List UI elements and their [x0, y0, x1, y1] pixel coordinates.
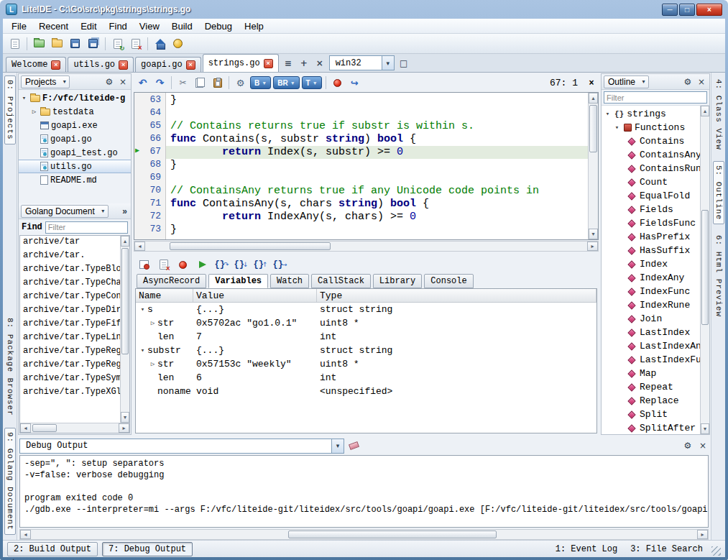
close-editor-icon[interactable]: ×	[586, 78, 597, 88]
tab-close-icon[interactable]: ×	[264, 59, 273, 68]
doc-list-item[interactable]: archive/tar.TypeFif	[20, 318, 120, 332]
line-number[interactable]: 72	[134, 211, 165, 224]
new-tab-icon[interactable]: +	[298, 56, 310, 70]
step-into-icon[interactable]: {}↓	[234, 257, 249, 272]
liteide-options-icon[interactable]	[170, 36, 185, 51]
tab-close-icon[interactable]: ×	[119, 60, 128, 70]
debug-output-combo[interactable]: Debug Output ▾	[19, 439, 344, 454]
scroll-right-icon[interactable]: ▸	[119, 423, 129, 433]
outline-item-count[interactable]: Count	[602, 175, 700, 189]
scroll-right-icon[interactable]: ▸	[587, 242, 598, 251]
outline-item-containsany[interactable]: ContainsAny	[602, 148, 700, 162]
variable-row[interactable]: ▾substr{...}struct string	[136, 344, 596, 357]
debug-tab-variables[interactable]: Variables	[208, 274, 268, 288]
line-number[interactable]: 68	[134, 159, 165, 172]
tree-item-utils-go[interactable]: utils.go	[19, 160, 131, 173]
scroll-down-icon[interactable]: ▾	[701, 423, 709, 434]
code-line[interactable]	[166, 172, 588, 185]
doc-list-item[interactable]: archive/tar.TypeReg	[20, 346, 120, 359]
status-button-2-build-output[interactable]: 2: Build Output	[7, 542, 98, 556]
line-number-gutter[interactable]: 63646566▶67686970717273	[134, 93, 166, 239]
outline-combo[interactable]: Outline ▾	[604, 75, 649, 88]
code-line[interactable]: }	[166, 159, 588, 172]
tab-welcome[interactable]: Welcome×	[6, 57, 66, 72]
scrollbar-track[interactable]	[121, 247, 129, 412]
open-project-icon[interactable]	[50, 36, 65, 51]
projects-combo[interactable]: Projects ▾	[21, 75, 70, 88]
tab-utils-go[interactable]: utils.go×	[68, 57, 134, 72]
tree-item-f-vfc-liteide-g[interactable]: ▾F:/vfc/liteide-g	[19, 91, 131, 105]
editor-window-icon[interactable]: □	[397, 56, 410, 70]
menu-recent[interactable]: Recent	[33, 19, 74, 33]
outline-item-indexrune[interactable]: IndexRune	[602, 298, 700, 312]
variable-row[interactable]: ▷str0x5702ac "go1.0.1"uint8 *	[136, 316, 596, 330]
combo-arrow-icon[interactable]: ▾	[382, 56, 394, 70]
scroll-left-icon[interactable]: ◂	[20, 423, 31, 433]
document-list-vscrollbar[interactable]: ▴ ▾	[120, 236, 129, 423]
outline-item-indexfunc[interactable]: IndexFunc	[602, 285, 700, 298]
code-line[interactable]: // Contains returns true if substr is wi…	[166, 120, 588, 133]
save-file-icon[interactable]	[68, 36, 83, 51]
code-line[interactable]	[166, 107, 588, 120]
scrollbar-thumb[interactable]	[170, 242, 331, 250]
line-number[interactable]: 65	[134, 120, 165, 133]
side-tab-6-html-preview[interactable]: 6: Html Preview	[714, 231, 724, 321]
panel-menu-gear-icon[interactable]: ⚙	[682, 440, 694, 451]
debug-output-text[interactable]: -sep=", ": setup separators-v=false: ver…	[19, 455, 709, 528]
scroll-up-icon[interactable]: ▴	[701, 106, 709, 116]
variable-row[interactable]: ▾s{...}struct string	[136, 303, 596, 316]
line-number[interactable]: 66	[134, 133, 165, 146]
doc-list-item[interactable]: archive/tar.TypeReg	[20, 359, 120, 373]
continue-icon[interactable]	[195, 257, 210, 272]
tree-item-testdata[interactable]: ▷testdata	[19, 105, 131, 119]
menu-help[interactable]: Help	[239, 19, 269, 33]
close-tab-icon[interactable]: ×	[313, 56, 326, 70]
menu-edit[interactable]: Edit	[75, 19, 102, 33]
side-tab-5-outline[interactable]: 5: Outline	[713, 161, 724, 224]
outline-item-hasprefix[interactable]: HasPrefix	[602, 230, 700, 244]
reload-file-icon[interactable]	[110, 36, 125, 51]
tab-strings-go[interactable]: strings.go×	[203, 54, 279, 72]
tab-goapi-go[interactable]: goapi.go×	[135, 57, 201, 72]
outline-item-replace[interactable]: Replace	[602, 394, 700, 408]
line-number[interactable]: 64	[134, 107, 165, 120]
outline-item-repeat[interactable]: Repeat	[602, 380, 700, 394]
menu-view[interactable]: View	[134, 19, 165, 33]
code-line[interactable]: return Index(s, substr) >= 0	[166, 146, 588, 159]
side-tab-9-golang-document[interactable]: 9: Golang Document	[4, 428, 16, 535]
step-over-icon[interactable]: {}↷	[214, 257, 229, 272]
debug-output-hscrollbar[interactable]: ◂ ▸	[19, 529, 709, 540]
code-line[interactable]: func Contains(s, substr string) bool {	[166, 133, 588, 146]
scroll-right-icon[interactable]: ▸	[697, 530, 708, 539]
outline-item-lastindexfu[interactable]: LastIndexFu	[602, 353, 700, 367]
variable-row[interactable]: nonamevoid<unspecified>	[136, 385, 596, 398]
outline-group-functions[interactable]: ▾Functions	[602, 121, 700, 134]
side-tab-0-projects[interactable]: 0: Projects	[4, 75, 16, 144]
tab-list-icon[interactable]: ≡	[282, 56, 295, 70]
run-to-line-icon[interactable]: {}→	[272, 257, 287, 272]
doc-list-item[interactable]: archive/tar.TypeDir	[20, 305, 120, 318]
outline-item-hassuffix[interactable]: HasSuffix	[602, 244, 700, 257]
close-file-icon[interactable]	[128, 36, 143, 51]
doc-list-item[interactable]: archive/tar	[20, 237, 120, 250]
tree-item-goapi-exe[interactable]: goapi.exe	[19, 119, 131, 132]
code-line[interactable]: func ContainsAny(s, chars string) bool {	[166, 198, 588, 211]
start-debug-icon[interactable]	[330, 75, 345, 91]
doc-list-item[interactable]: archive/tar.TypeBlo	[20, 264, 120, 277]
expanded-icon[interactable]: ▾	[139, 346, 147, 354]
expanded-icon[interactable]: ▾	[139, 306, 147, 313]
combo-arrow-icon[interactable]: ▾	[331, 439, 344, 453]
scrollbar-track[interactable]	[145, 242, 587, 251]
outline-item-index[interactable]: Index	[602, 257, 700, 271]
menu-debug[interactable]: Debug	[199, 19, 238, 33]
outline-item-split[interactable]: Split	[602, 408, 700, 421]
scrollbar-thumb[interactable]	[32, 424, 57, 432]
line-number[interactable]: 73	[134, 224, 165, 237]
scrollbar-track[interactable]	[31, 530, 697, 539]
tab-close-icon[interactable]: ×	[186, 60, 195, 70]
scrollbar-thumb[interactable]	[589, 105, 597, 152]
record-icon[interactable]	[175, 257, 190, 272]
doc-list-item[interactable]: archive/tar.TypeXGl	[20, 387, 120, 400]
doc-list-item[interactable]: archive/tar.TypeCha	[20, 277, 120, 291]
outline-root[interactable]: ▾{}strings	[602, 107, 700, 121]
